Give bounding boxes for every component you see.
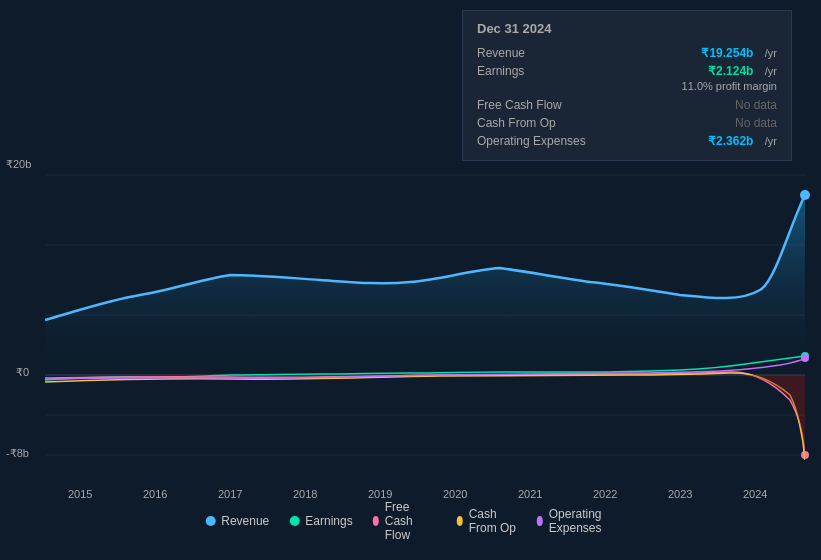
legend-item-cashfromop[interactable]: Cash From Op xyxy=(457,507,517,535)
tooltip-value-revenue: ₹19.254b xyxy=(701,46,753,60)
tooltip-unit-revenue: /yr xyxy=(765,47,777,59)
legend-dot-earnings xyxy=(289,516,299,526)
tooltip-unit-opex: /yr xyxy=(765,135,777,147)
legend-label-opex: Operating Expenses xyxy=(549,507,616,535)
x-label-2015: 2015 xyxy=(68,488,92,500)
tooltip-panel: Dec 31 2024 Revenue ₹19.254b /yr Earning… xyxy=(462,10,792,161)
x-label-2020: 2020 xyxy=(443,488,467,500)
tooltip-row-opex: Operating Expenses ₹2.362b /yr xyxy=(477,132,777,150)
legend-item-opex[interactable]: Operating Expenses xyxy=(537,507,616,535)
legend-label-cashfromop: Cash From Op xyxy=(469,507,517,535)
legend-dot-revenue xyxy=(205,516,215,526)
x-label-2021: 2021 xyxy=(518,488,542,500)
svg-point-10 xyxy=(801,354,809,362)
x-label-2024: 2024 xyxy=(743,488,767,500)
legend-item-fcf[interactable]: Free Cash Flow xyxy=(373,500,437,542)
svg-point-7 xyxy=(800,190,810,200)
chart-container: ₹20b ₹0 -₹8b 2015 2016 2017 2018 2019 20… xyxy=(0,0,821,560)
x-label-2017: 2017 xyxy=(218,488,242,500)
legend-item-earnings[interactable]: Earnings xyxy=(289,514,352,528)
y-label-neg8b: -₹8b xyxy=(6,447,29,460)
x-label-2016: 2016 xyxy=(143,488,167,500)
x-label-2023: 2023 xyxy=(668,488,692,500)
legend-dot-fcf xyxy=(373,516,379,526)
tooltip-label-earnings: Earnings xyxy=(477,64,597,78)
legend-label-revenue: Revenue xyxy=(221,514,269,528)
y-label-0: ₹0 xyxy=(16,366,29,379)
x-label-2022: 2022 xyxy=(593,488,617,500)
tooltip-value-cashfromop: No data xyxy=(735,116,777,130)
legend-dot-cashfromop xyxy=(457,516,463,526)
tooltip-value-fcf: No data xyxy=(735,98,777,112)
tooltip-row-revenue: Revenue ₹19.254b /yr xyxy=(477,44,777,62)
chart-legend: Revenue Earnings Free Cash Flow Cash Fro… xyxy=(205,500,616,542)
tooltip-value-opex: ₹2.362b xyxy=(708,134,753,148)
tooltip-label-cashfromop: Cash From Op xyxy=(477,116,597,130)
tooltip-profit-margin: 11.0% profit margin xyxy=(682,80,777,92)
tooltip-label-opex: Operating Expenses xyxy=(477,134,597,148)
tooltip-row-cashfromop: Cash From Op No data xyxy=(477,114,777,132)
tooltip-date: Dec 31 2024 xyxy=(477,21,777,36)
y-label-20b: ₹20b xyxy=(6,158,31,171)
x-label-2018: 2018 xyxy=(293,488,317,500)
tooltip-unit-earnings: /yr xyxy=(765,65,777,77)
tooltip-value-earnings: ₹2.124b xyxy=(708,64,753,78)
legend-item-revenue[interactable]: Revenue xyxy=(205,514,269,528)
legend-label-fcf: Free Cash Flow xyxy=(385,500,437,542)
tooltip-row-fcf: Free Cash Flow No data xyxy=(477,96,777,114)
tooltip-row-profit-margin: 11.0% profit margin xyxy=(477,78,777,94)
legend-label-earnings: Earnings xyxy=(305,514,352,528)
x-label-2019: 2019 xyxy=(368,488,392,500)
legend-dot-opex xyxy=(537,516,543,526)
tooltip-label-fcf: Free Cash Flow xyxy=(477,98,597,112)
tooltip-label-revenue: Revenue xyxy=(477,46,597,60)
